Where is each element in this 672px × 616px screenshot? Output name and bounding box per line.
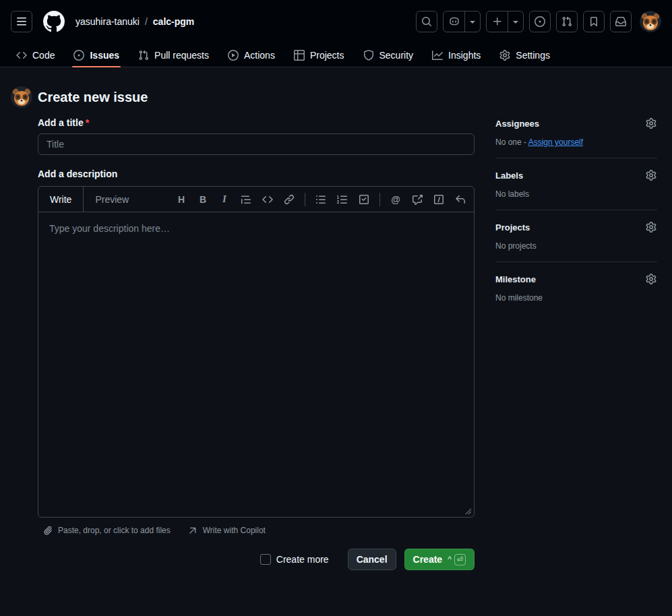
copilot-menu-button[interactable] (464, 11, 480, 32)
mention-button[interactable]: @ (386, 190, 405, 209)
assignees-title: Assignees (495, 119, 539, 129)
author-avatar (11, 86, 32, 108)
assign-yourself-link[interactable]: Assign yourself (528, 137, 583, 147)
avatar-image (640, 11, 661, 32)
issue-opened-icon (73, 50, 84, 61)
copilot-button-group (443, 11, 481, 32)
description-textarea[interactable] (38, 212, 474, 517)
inbox-button[interactable] (610, 11, 632, 32)
tab-label: Actions (244, 50, 275, 61)
chevron-down-icon (510, 16, 521, 27)
saved-replies-button[interactable] (451, 190, 470, 209)
tab-pull-requests[interactable]: Pull requests (133, 43, 214, 67)
tasklist-icon (359, 194, 369, 205)
labels-title: Labels (495, 171, 523, 181)
breadcrumb: yasuhira-tanuki / calc-pgm (75, 16, 194, 27)
tab-projects[interactable]: Projects (288, 43, 350, 67)
cross-reference-icon (412, 194, 423, 205)
toolbar-divider (379, 193, 380, 206)
graph-icon (432, 50, 443, 61)
tab-insights[interactable]: Insights (427, 43, 486, 67)
issues-button[interactable] (529, 11, 551, 32)
quote-button[interactable] (237, 190, 255, 209)
preview-tab[interactable]: Preview (84, 187, 140, 212)
unordered-list-button[interactable] (311, 190, 330, 209)
slash-command-button[interactable] (429, 190, 448, 209)
gear-icon (646, 274, 656, 284)
italic-button[interactable]: I (215, 190, 234, 209)
search-button[interactable] (416, 11, 437, 32)
tab-code[interactable]: Code (11, 43, 60, 67)
gear-icon (646, 118, 656, 129)
tab-issues[interactable]: Issues (68, 43, 125, 67)
user-avatar[interactable] (640, 11, 661, 32)
page-title: Create new issue (38, 90, 148, 105)
projects-section: Projects No projects (495, 221, 657, 262)
tab-label: Security (379, 50, 414, 61)
tab-actions[interactable]: Actions (222, 43, 280, 67)
tab-settings[interactable]: Settings (494, 43, 555, 67)
assignees-value: No one - (495, 137, 528, 147)
issue-sidebar: Assignees No one - Assign yourself Label… (495, 86, 657, 570)
gear-icon (499, 50, 510, 61)
write-with-copilot-button[interactable]: Write with Copilot (188, 526, 266, 535)
labels-settings-button[interactable] (645, 169, 657, 181)
resize-handle[interactable] (465, 508, 472, 515)
heading-icon: H (178, 194, 185, 205)
milestone-section: Milestone No milestone (495, 273, 657, 313)
keyboard-shortcut-hint: ^ ⏎ (448, 554, 466, 565)
plus-icon (492, 16, 503, 27)
table-icon (294, 50, 305, 61)
title-field-label: Add a title* (38, 117, 475, 128)
tab-label: Pull requests (154, 50, 209, 61)
cancel-button[interactable]: Cancel (348, 549, 396, 570)
gear-icon (646, 170, 656, 181)
attach-files-button[interactable]: Paste, drop, or click to add files (43, 526, 171, 535)
write-tab[interactable]: Write (38, 187, 84, 212)
git-pull-request-icon (138, 50, 149, 61)
task-list-button[interactable] (355, 190, 373, 209)
bookmark-button[interactable] (583, 11, 605, 32)
git-pull-request-icon (561, 16, 572, 27)
pull-requests-button[interactable] (556, 11, 578, 32)
milestone-settings-button[interactable] (645, 273, 657, 285)
projects-settings-button[interactable] (645, 221, 657, 233)
create-new-button-group (486, 11, 524, 32)
create-more-checkbox[interactable] (260, 554, 271, 565)
inbox-icon (615, 16, 626, 27)
assignees-settings-button[interactable] (645, 117, 657, 129)
shield-icon (363, 50, 374, 61)
heading-button[interactable]: H (172, 190, 191, 209)
global-header: yasuhira-tanuki / calc-pgm (0, 0, 672, 43)
slash-command-icon (433, 194, 444, 205)
gear-icon (646, 222, 656, 233)
tab-security[interactable]: Security (358, 43, 419, 67)
cross-reference-button[interactable] (408, 190, 427, 209)
create-more-option: Create more (260, 554, 329, 565)
list-ordered-icon (337, 194, 348, 205)
mention-icon: @ (391, 194, 400, 205)
create-new-button[interactable] (487, 11, 508, 32)
copilot-button[interactable] (444, 11, 464, 32)
form-actions: Create more Cancel Create ^ ⏎ (38, 549, 475, 570)
projects-value: No projects (495, 241, 657, 251)
hamburger-menu-button[interactable] (11, 11, 32, 32)
breadcrumb-repo-link[interactable]: calc-pgm (153, 16, 194, 27)
code-icon (262, 194, 273, 205)
search-icon (421, 16, 432, 27)
bold-button[interactable]: B (193, 190, 212, 209)
create-button[interactable]: Create ^ ⏎ (404, 549, 475, 570)
link-button[interactable] (280, 190, 299, 209)
breadcrumb-owner-link[interactable]: yasuhira-tanuki (75, 16, 140, 27)
tab-label: Projects (310, 50, 344, 61)
hamburger-icon (16, 16, 27, 27)
code-icon (16, 50, 27, 61)
code-button[interactable] (258, 190, 277, 209)
create-new-menu-button[interactable] (508, 11, 523, 32)
create-more-label: Create more (276, 554, 329, 565)
arrow-up-right-icon (188, 526, 197, 535)
title-input[interactable] (38, 133, 475, 155)
ordered-list-button[interactable] (333, 190, 352, 209)
projects-title: Projects (495, 222, 530, 233)
github-logo[interactable] (43, 11, 65, 32)
